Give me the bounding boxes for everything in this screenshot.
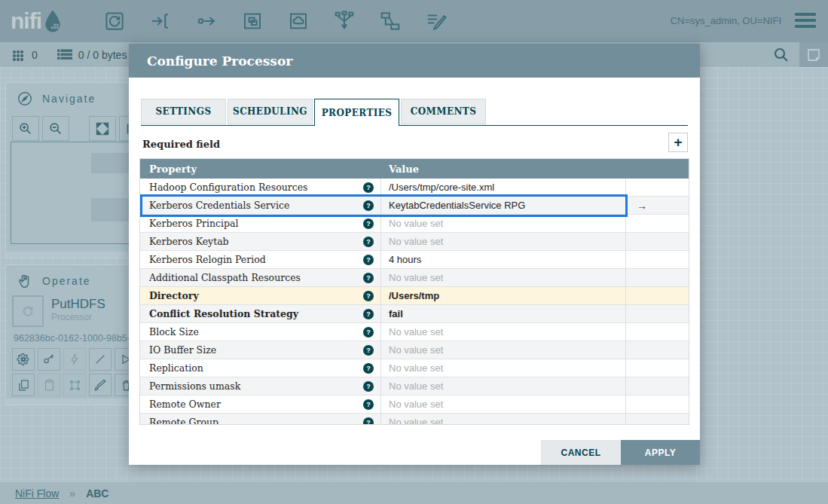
process-group-icon[interactable] (241, 10, 264, 32)
group-button[interactable] (63, 374, 86, 396)
property-row[interactable]: Kerberos Keytab ? No value set (140, 233, 689, 251)
goto-service-arrow[interactable] (626, 179, 689, 196)
property-value[interactable]: No value set (381, 215, 626, 232)
tab-settings[interactable]: SETTINGS (141, 99, 226, 124)
access-policies-button[interactable] (38, 348, 60, 371)
tabs-underline (141, 125, 688, 126)
property-row[interactable]: Kerberos Principal ? No value set (140, 215, 689, 233)
processor-icon[interactable] (103, 10, 126, 32)
template-icon[interactable] (379, 10, 402, 32)
help-icon[interactable]: ? (363, 309, 374, 319)
help-icon[interactable]: ? (363, 345, 374, 356)
property-row[interactable]: Additional Classpath Resources ? No valu… (140, 269, 689, 287)
input-port-icon[interactable] (149, 10, 172, 32)
color-button[interactable] (89, 374, 112, 396)
property-row[interactable]: Replication ? No value set (140, 359, 689, 377)
breadcrumb-current: ABC (86, 487, 108, 499)
configure-button[interactable] (12, 348, 35, 371)
search-icon[interactable] (772, 46, 790, 64)
app-header: nifi CN=sys_admin, OU=NIFI (0, 0, 828, 42)
tab-comments[interactable]: COMMENTS (401, 99, 486, 124)
goto-service-arrow[interactable] (626, 377, 689, 395)
help-icon[interactable]: ? (363, 218, 374, 229)
goto-service-arrow[interactable] (626, 305, 689, 322)
property-row[interactable]: Remote Owner ? No value set (140, 396, 689, 414)
property-row[interactable]: Conflict Resolution Strategy ? fail (140, 305, 689, 323)
help-icon[interactable]: ? (363, 200, 374, 211)
property-value[interactable]: No value set (381, 323, 626, 341)
property-row[interactable]: IO Buffer Size ? No value set (140, 341, 689, 359)
selected-component-type: Processor (51, 312, 92, 322)
goto-service-arrow[interactable] (626, 323, 689, 341)
goto-service-arrow[interactable] (626, 233, 689, 250)
bulletin-board-icon[interactable] (799, 42, 828, 67)
goto-service-arrow[interactable] (626, 359, 689, 377)
tab-scheduling[interactable]: SCHEDULING (228, 99, 313, 124)
property-value[interactable]: /Users/tmp (381, 287, 626, 304)
column-header-value: Value (381, 163, 626, 175)
breadcrumb-root-link[interactable]: NiFi Flow (15, 487, 59, 499)
help-icon[interactable]: ? (363, 273, 374, 283)
property-name: Kerberos Keytab (149, 236, 363, 247)
goto-service-arrow[interactable] (626, 269, 689, 286)
property-value[interactable]: No value set (381, 414, 626, 425)
apply-button[interactable]: APPLY (621, 440, 700, 465)
property-value[interactable]: No value set (381, 269, 626, 286)
breadcrumb-separator: » (69, 487, 75, 499)
property-row[interactable]: Kerberos Credentials Service ? KeytabCre… (140, 197, 689, 215)
add-property-button[interactable]: + (668, 133, 688, 152)
property-name: Hadoop Configuration Resources (149, 182, 363, 193)
goto-service-arrow[interactable] (626, 287, 689, 304)
goto-service-arrow[interactable] (626, 215, 689, 232)
help-icon[interactable]: ? (363, 291, 374, 301)
property-row[interactable]: Block Size ? No value set (140, 323, 689, 341)
goto-service-arrow[interactable]: → (626, 197, 689, 214)
property-value[interactable]: /Users/tmp/core-site.xml (381, 179, 626, 196)
help-icon[interactable]: ? (363, 237, 374, 247)
operate-panel-title: Operate (42, 275, 91, 287)
property-value[interactable]: No value set (381, 396, 626, 413)
goto-service-arrow[interactable] (626, 251, 689, 268)
goto-service-arrow[interactable] (626, 396, 689, 413)
tab-properties[interactable]: PROPERTIES (314, 99, 399, 126)
property-value[interactable]: fail (381, 305, 626, 322)
zoom-in-button[interactable] (12, 116, 39, 141)
help-icon[interactable]: ? (363, 381, 374, 392)
help-icon[interactable]: ? (363, 363, 374, 374)
property-name: Remote Owner (149, 399, 363, 410)
help-icon[interactable]: ? (363, 399, 374, 410)
cancel-button[interactable]: CANCEL (541, 440, 621, 465)
funnel-icon[interactable] (333, 10, 356, 32)
property-row[interactable]: Remote Group ? No value set (140, 414, 689, 425)
breadcrumb: NiFi Flow » ABC (0, 482, 828, 504)
configure-processor-dialog: Configure Processor SETTINGS SCHEDULING … (129, 44, 700, 465)
zoom-fit-button[interactable] (89, 116, 116, 141)
property-value[interactable]: No value set (381, 233, 626, 250)
output-port-icon[interactable] (195, 10, 218, 32)
goto-service-arrow[interactable] (626, 414, 689, 425)
property-row[interactable]: Hadoop Configuration Resources ? /Users/… (140, 179, 689, 197)
property-row[interactable]: Permissions umask ? No value set (140, 377, 689, 396)
property-row[interactable]: Directory ? /Users/tmp (140, 287, 689, 305)
property-value[interactable]: No value set (381, 377, 626, 395)
enable-button[interactable] (63, 348, 86, 371)
selected-component-id[interactable]: 962836bc-0162-1000-98b5-f3 (14, 333, 138, 344)
copy-button[interactable] (12, 374, 35, 396)
property-name: Remote Group (149, 417, 363, 425)
property-value[interactable]: No value set (381, 359, 626, 377)
global-menu-icon[interactable] (795, 13, 816, 31)
paste-button[interactable] (38, 374, 60, 396)
help-icon[interactable]: ? (363, 255, 374, 265)
remote-process-group-icon[interactable] (287, 10, 310, 32)
label-icon[interactable] (425, 10, 448, 32)
help-icon[interactable]: ? (363, 182, 374, 193)
help-icon[interactable]: ? (363, 417, 374, 426)
disable-button[interactable] (89, 348, 112, 371)
help-icon[interactable]: ? (363, 327, 374, 338)
property-value[interactable]: No value set (381, 341, 626, 359)
zoom-out-button[interactable] (42, 116, 69, 141)
goto-service-arrow[interactable] (626, 341, 689, 359)
property-value[interactable]: 4 hours (381, 251, 626, 268)
property-row[interactable]: Kerberos Relogin Period ? 4 hours (140, 251, 689, 269)
property-value[interactable]: KeytabCredentialsService RPG (381, 197, 626, 214)
